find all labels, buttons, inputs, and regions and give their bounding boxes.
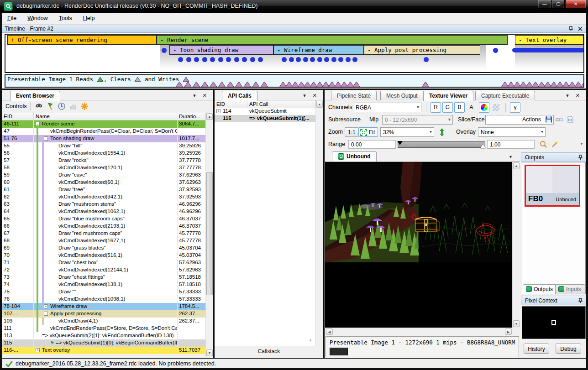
texture-hscrollbar[interactable]: ◀ ▶ — [325, 328, 512, 335]
table-row[interactable]: 64vkCmdDrawIndexed(1062,1)46.96296 — [2, 208, 205, 215]
timeline-draw-dot[interactable] — [186, 57, 191, 62]
timeline-draw-dot[interactable] — [310, 57, 315, 62]
channels-select[interactable]: RGBA — [353, 103, 421, 112]
table-row[interactable]: 78-104+Wireframe draw1784.5... — [2, 303, 205, 310]
timeline-draw-dot[interactable] — [178, 57, 183, 62]
table-row[interactable]: 57Draw "rocks"37.77778 — [2, 157, 205, 164]
white-point-handle[interactable] — [480, 144, 486, 148]
table-row[interactable]: 61Draw "tree"37.92593 — [2, 186, 205, 193]
tab-api-calls[interactable]: API Calls — [222, 91, 257, 101]
event-browser-scrollbar[interactable]: ▲ ▼ — [205, 113, 213, 357]
bookmark-flag-icon[interactable] — [46, 102, 54, 110]
timeline-draw-dot[interactable] — [282, 57, 287, 62]
table-row[interactable]: 66vkCmdDrawIndexed(2193,1)46.37037 — [2, 223, 205, 230]
range-min-input[interactable]: 0.00 — [348, 140, 396, 149]
panel-menu-close-icons[interactable]: ▾ ✕ — [566, 93, 583, 99]
table-row[interactable]: 73Draw "chest fittings"57.18518 — [2, 274, 205, 281]
menu-window[interactable]: Window — [22, 13, 53, 25]
table-row[interactable]: 59Draw "cave"37.62963 — [2, 172, 205, 179]
table-row[interactable]: 76vkCmdDrawIndexed(1098,1)57.33333 — [2, 296, 205, 303]
timeline-draw-dot[interactable] — [424, 57, 429, 62]
table-row[interactable]: 56vkCmdDrawIndexed(1554,1)39.25926 — [2, 150, 205, 157]
timeline-marker[interactable]: + Off-screen scene rendering — [7, 35, 157, 45]
panel-menu-close-icons[interactable]: ▾ ✕ — [303, 93, 320, 99]
toolbar-overflow-icon[interactable]: ▼ — [580, 142, 583, 146]
pin-icon[interactable] — [578, 298, 583, 303]
debug-button[interactable]: Debug — [556, 344, 581, 354]
timeline-track[interactable]: + Off-screen scene rendering- Render sce… — [5, 34, 584, 73]
zoom-select[interactable]: 32% — [380, 127, 434, 137]
timeline-draw-dot[interactable] — [303, 57, 308, 62]
texture-vscrollbar[interactable]: ▲ ▼ — [512, 162, 520, 328]
minimize-button[interactable]: — — [538, 0, 551, 9]
colorwheel-button[interactable] — [479, 102, 489, 113]
table-row[interactable]: 68vkCmdDrawIndexed(1677,1)45.77778 — [2, 237, 205, 245]
table-row[interactable]: 116-...+Text overlay511.7037 — [2, 347, 205, 354]
tab-mesh-output[interactable]: Mesh Output — [380, 91, 424, 100]
api-calls-scrollbar[interactable]: ▲ — [315, 100, 323, 346]
zoom-1to1-button[interactable]: 1:1 — [345, 127, 359, 137]
tab-pipeline-state[interactable]: Pipeline State — [331, 91, 377, 100]
table-row[interactable]: 62vkCmdDrawIndexed(342,1)37.92593 — [2, 193, 205, 201]
panel-menu-close-icons[interactable]: ▾ ✕ — [193, 93, 210, 99]
menu-help[interactable]: Help — [78, 13, 100, 25]
menu-tools[interactable]: Tools — [53, 13, 78, 25]
timeline-draw-dot[interactable] — [234, 57, 239, 62]
star-filter-icon[interactable] — [80, 102, 89, 110]
tab-current-texture[interactable]: Unbound — [332, 151, 377, 162]
flip-y-icon[interactable] — [439, 128, 445, 137]
table-row[interactable]: 63Draw "mushroom stems"46.96296 — [2, 201, 205, 208]
gamma-button[interactable]: γ — [510, 102, 520, 113]
timeline-draw-bar[interactable] — [512, 48, 584, 52]
range-slider[interactable] — [398, 141, 485, 148]
close-icon[interactable] — [578, 26, 583, 31]
timeline-draw-dot[interactable] — [289, 57, 294, 62]
chevron-down-icon[interactable]: ▼ — [307, 337, 314, 344]
menu-file[interactable]: File — [2, 13, 22, 25]
auto-fit-wand-icon[interactable] — [551, 140, 559, 149]
expand-toggle[interactable]: - — [36, 122, 40, 126]
timeline-draw-dot[interactable] — [250, 57, 255, 62]
expand-toggle[interactable]: + — [216, 109, 220, 113]
pin-icon[interactable] — [568, 26, 573, 31]
zoom-fit-button[interactable]: Fit — [358, 127, 378, 137]
range-max-input[interactable]: 1.00 — [487, 140, 535, 149]
timeline-marker[interactable]: - Apply post processing — [364, 45, 480, 55]
link-icon[interactable] — [556, 115, 564, 124]
black-point-handle[interactable] — [397, 141, 403, 145]
tab-inputs[interactable]: Inputs — [555, 284, 585, 294]
timeline-draw-dot[interactable] — [226, 57, 231, 62]
expand-toggle[interactable]: + — [44, 304, 48, 308]
timeline-draw-dot[interactable] — [210, 57, 215, 62]
table-row[interactable]: 58vkCmdDrawIndexed(120,1)37.77778 — [2, 164, 205, 172]
table-row[interactable]: 60vkCmdDrawIndexed(60,1)37.62963 — [2, 179, 205, 186]
timeline-draw-dot[interactable] — [338, 57, 343, 62]
sliceface-select[interactable] — [485, 115, 554, 125]
pin-icon[interactable] — [578, 155, 583, 160]
tab-texture-viewer[interactable]: Texture Viewer — [423, 91, 473, 101]
tab-capture-executable[interactable]: Capture Executable — [475, 91, 535, 100]
timeline-draw-dot[interactable] — [331, 57, 336, 62]
timeline-draw-dot[interactable] — [346, 57, 351, 62]
event-table-header[interactable]: EID Name Duratio... — [2, 113, 205, 120]
alpha-channel-button[interactable]: A — [466, 102, 477, 113]
mip-select[interactable]: 0 - 1272x690 — [382, 115, 453, 125]
checkerboard-button[interactable] — [491, 102, 501, 113]
expand-toggle[interactable]: - — [44, 136, 48, 141]
table-row[interactable]: 74vkCmdDrawIndexed(138,1)57.18518 — [2, 281, 205, 288]
timeline-marker[interactable]: - Wireframe draw — [273, 45, 364, 55]
time-icon[interactable] — [58, 102, 66, 110]
timeline-draw-dot[interactable] — [194, 57, 199, 62]
api-table-header[interactable]: EID API Call — [215, 100, 315, 108]
open-code-icon[interactable] — [567, 115, 575, 124]
timeline-draw-dot[interactable] — [493, 48, 498, 53]
table-row[interactable]: 69Draw "grass blades"45.03704 — [2, 245, 205, 252]
table-row[interactable]: 46-111-Render scene3064.7... — [2, 120, 205, 128]
table-row[interactable]: 70vkCmdDrawIndexed(516,1)45.03704 — [2, 252, 205, 259]
expand-toggle[interactable]: + — [36, 348, 40, 352]
overlay-select[interactable]: None — [478, 127, 546, 137]
texture-image[interactable] — [325, 162, 511, 262]
red-channel-button[interactable]: R — [430, 102, 441, 113]
table-row[interactable]: 51-76-Toon shading draw1017.7... — [2, 135, 205, 142]
table-row[interactable]: 67Draw "red mushroom caps"45.77778 — [2, 230, 205, 237]
